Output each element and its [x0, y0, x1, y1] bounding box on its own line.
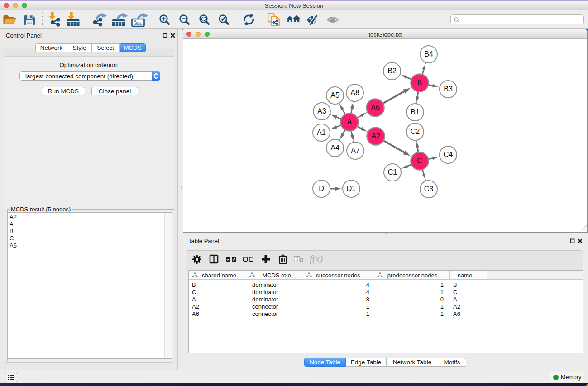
svg-text:A7: A7: [351, 147, 360, 154]
svg-text:B: B: [417, 79, 422, 86]
svg-text:C4: C4: [444, 151, 453, 158]
svg-text:A: A: [347, 118, 352, 126]
svg-text:B3: B3: [444, 85, 453, 93]
svg-text:A3: A3: [317, 107, 326, 115]
svg-text:A4: A4: [330, 144, 339, 152]
svg-text:B2: B2: [387, 67, 397, 75]
svg-text:A8: A8: [350, 89, 359, 96]
svg-text:B4: B4: [424, 50, 433, 58]
svg-text:C3: C3: [424, 185, 434, 193]
svg-text:C2: C2: [411, 128, 420, 135]
svg-text:A2: A2: [371, 132, 380, 140]
svg-text:D: D: [319, 185, 324, 192]
svg-text:C: C: [417, 157, 422, 165]
svg-text:A6: A6: [371, 104, 380, 111]
svg-text:A1: A1: [317, 129, 326, 136]
svg-text:B1: B1: [411, 108, 420, 116]
svg-text:A5: A5: [330, 91, 339, 99]
svg-text:D1: D1: [347, 185, 356, 192]
svg-text:C1: C1: [388, 168, 397, 176]
